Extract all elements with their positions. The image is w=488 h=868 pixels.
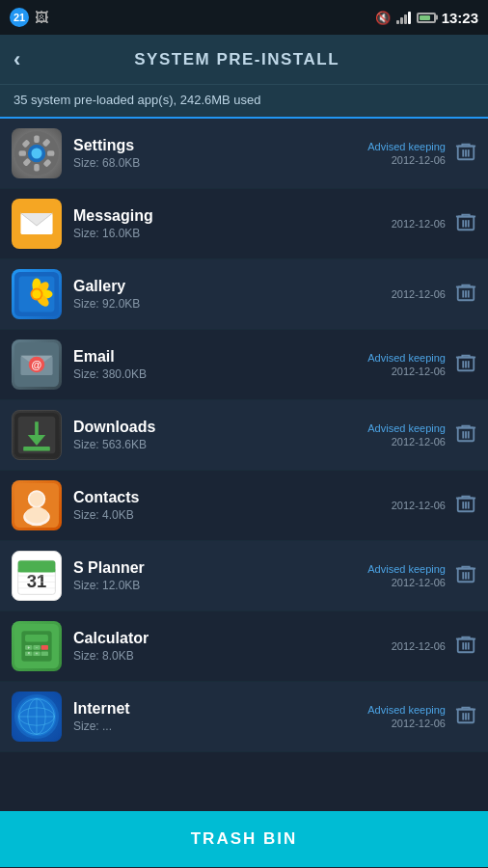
- app-date: 2012-12-06: [392, 436, 446, 448]
- app-size: Size: ...: [73, 719, 360, 733]
- app-right: 2012-12-06: [392, 500, 446, 511]
- clock: 13:23: [442, 10, 478, 26]
- advised-label: Advised keeping: [367, 563, 446, 575]
- app-date: 2012-12-06: [392, 366, 446, 377]
- app-date: 2012-12-06: [392, 154, 446, 166]
- app-date: 2012-12-06: [392, 577, 446, 588]
- back-button[interactable]: ‹: [14, 47, 20, 72]
- app-right: Advised keeping2012-12-06: [367, 352, 446, 377]
- app-size: Size: 8.0KB: [73, 649, 384, 663]
- list-item: GallerySize: 92.0KB2012-12-06: [0, 259, 488, 330]
- svg-rect-88: [41, 645, 48, 650]
- app-name: Email: [73, 348, 360, 366]
- trash-bin-label: TRASH BIN: [191, 829, 298, 849]
- delete-button[interactable]: [455, 422, 476, 448]
- app-name: S Planner: [73, 559, 360, 577]
- app-name: Settings: [73, 137, 360, 154]
- downloads-app-icon: [12, 410, 62, 460]
- svg-point-64: [25, 507, 48, 524]
- app-name: Calculator: [73, 630, 384, 647]
- email-app-icon: @: [12, 339, 62, 390]
- app-right: Advised keeping2012-12-06: [367, 141, 446, 166]
- splanner-app-icon: 31: [12, 551, 62, 601]
- settings-app-icon: [12, 128, 62, 178]
- app-size: Size: 68.0KB: [73, 156, 360, 170]
- svg-text:×: ×: [27, 651, 30, 656]
- app-date: 2012-12-06: [392, 500, 446, 511]
- status-left: 21 🖼: [10, 8, 48, 27]
- calculator-app-icon: + - × ÷: [12, 621, 62, 671]
- list-item: ContactsSize: 4.0KB2012-12-06: [0, 471, 488, 541]
- header: ‹ SYSTEM PRE-INSTALL: [0, 35, 488, 85]
- delete-button[interactable]: [455, 563, 476, 589]
- svg-rect-4: [34, 164, 40, 171]
- app-name: Internet: [73, 700, 360, 718]
- app-info: CalculatorSize: 8.0KB: [73, 630, 384, 663]
- image-icon: 🖼: [35, 10, 48, 25]
- svg-point-33: [32, 289, 41, 298]
- svg-rect-54: [23, 447, 50, 451]
- list-item: InternetSize: ...Advised keeping2012-12-…: [0, 682, 488, 752]
- svg-rect-6: [47, 150, 54, 156]
- advised-label: Advised keeping: [367, 352, 446, 364]
- app-size: Size: 563.6KB: [73, 438, 360, 451]
- app-info: InternetSize: ...: [73, 700, 360, 733]
- gallery-app-icon: [12, 269, 62, 319]
- list-item: SettingsSize: 68.0KBAdvised keeping2012-…: [0, 119, 488, 189]
- delete-button[interactable]: [455, 704, 476, 730]
- mute-icon: 🔇: [375, 11, 391, 25]
- app-size: Size: 4.0KB: [73, 508, 384, 522]
- delete-button[interactable]: [455, 352, 476, 378]
- delete-button[interactable]: [455, 634, 476, 660]
- app-size: Size: 92.0KB: [73, 297, 384, 311]
- svg-text:@: @: [32, 359, 42, 370]
- app-right: Advised keeping2012-12-06: [367, 563, 446, 588]
- app-size: Size: 16.0KB: [73, 227, 384, 240]
- delete-button[interactable]: [455, 211, 476, 237]
- app-date: 2012-12-06: [392, 640, 446, 652]
- contacts-app-icon: [12, 480, 62, 530]
- app-right: 2012-12-06: [392, 218, 446, 230]
- app-info: ContactsSize: 4.0KB: [73, 489, 384, 522]
- svg-point-2: [31, 148, 41, 158]
- subtitle-bar: 35 system pre-loaded app(s), 242.6MB use…: [0, 85, 488, 119]
- page-title: SYSTEM PRE-INSTALL: [36, 50, 438, 69]
- app-info: GallerySize: 92.0KB: [73, 278, 384, 311]
- list-item: DownloadsSize: 563.6KBAdvised keeping201…: [0, 400, 488, 471]
- app-info: DownloadsSize: 563.6KB: [73, 419, 360, 451]
- status-bar: 21 🖼 🔇 13:23: [0, 0, 488, 35]
- app-name: Messaging: [73, 207, 384, 225]
- app-info: MessagingSize: 16.0KB: [73, 207, 384, 240]
- app-right: Advised keeping2012-12-06: [367, 422, 446, 448]
- svg-text:+: +: [27, 645, 30, 650]
- svg-rect-5: [19, 150, 26, 156]
- advised-label: Advised keeping: [367, 422, 446, 434]
- app-right: 2012-12-06: [392, 288, 446, 300]
- app-list: SettingsSize: 68.0KBAdvised keeping2012-…: [0, 119, 488, 811]
- list-item: 31 S PlannerSize: 12.0KBAdvised keeping2…: [0, 541, 488, 611]
- app-name: Downloads: [73, 419, 360, 436]
- app-name: Contacts: [73, 489, 384, 506]
- app-right: Advised keeping2012-12-06: [367, 704, 446, 729]
- app-info: EmailSize: 380.0KB: [73, 348, 360, 381]
- app-info: S PlannerSize: 12.0KB: [73, 559, 360, 592]
- messaging-app-icon: [12, 199, 62, 249]
- svg-point-63: [30, 492, 44, 506]
- status-right: 🔇 13:23: [375, 10, 478, 26]
- app-date: 2012-12-06: [392, 288, 446, 300]
- delete-button[interactable]: [455, 493, 476, 519]
- internet-app-icon: [12, 692, 62, 742]
- app-size: Size: 380.0KB: [73, 367, 360, 381]
- app-name: Gallery: [73, 278, 384, 295]
- notification-badge: 21: [10, 8, 29, 27]
- svg-rect-3: [34, 136, 40, 143]
- battery-icon: [417, 13, 436, 23]
- app-info: SettingsSize: 68.0KB: [73, 137, 360, 170]
- advised-label: Advised keeping: [367, 704, 446, 716]
- delete-button[interactable]: [455, 282, 476, 308]
- trash-bin-button[interactable]: TRASH BIN: [0, 811, 488, 867]
- svg-rect-85: [25, 635, 48, 641]
- delete-button[interactable]: [455, 141, 476, 167]
- app-date: 2012-12-06: [392, 218, 446, 230]
- list-item: MessagingSize: 16.0KB2012-12-06: [0, 189, 488, 259]
